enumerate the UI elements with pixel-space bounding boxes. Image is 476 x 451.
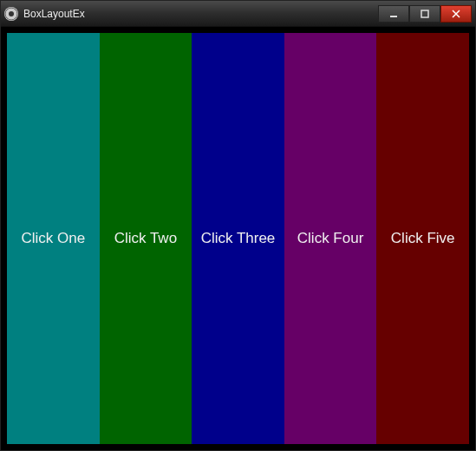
panel-click-one[interactable]: Click One: [7, 33, 100, 444]
panel-label: Click Four: [297, 230, 364, 247]
panel-label: Click Five: [391, 230, 455, 247]
minimize-button[interactable]: [378, 5, 409, 23]
svg-rect-2: [390, 16, 397, 17]
panel-label: Click One: [21, 230, 85, 247]
close-button[interactable]: [440, 5, 472, 23]
minimize-icon: [389, 10, 398, 18]
svg-rect-3: [421, 10, 428, 17]
content-frame: Click One Click Two Click Three Click Fo…: [1, 27, 475, 450]
svg-point-1: [9, 11, 14, 16]
panel-label: Click Two: [114, 230, 177, 247]
maximize-button[interactable]: [409, 5, 440, 23]
maximize-icon: [421, 10, 429, 18]
panel-click-two[interactable]: Click Two: [100, 33, 192, 444]
window-title: BoxLayoutEx: [23, 8, 378, 20]
box-layout: Click One Click Two Click Three Click Fo…: [7, 33, 469, 444]
panel-click-three[interactable]: Click Three: [192, 33, 284, 444]
app-window: BoxLayoutEx Click One Click Two Click Th…: [0, 0, 476, 451]
window-controls: [378, 5, 472, 23]
titlebar[interactable]: BoxLayoutEx: [1, 1, 475, 27]
close-icon: [452, 10, 460, 18]
panel-click-four[interactable]: Click Four: [284, 33, 377, 444]
panel-label: Click Three: [201, 230, 276, 247]
app-icon: [4, 7, 18, 21]
panel-click-five[interactable]: Click Five: [376, 33, 469, 444]
